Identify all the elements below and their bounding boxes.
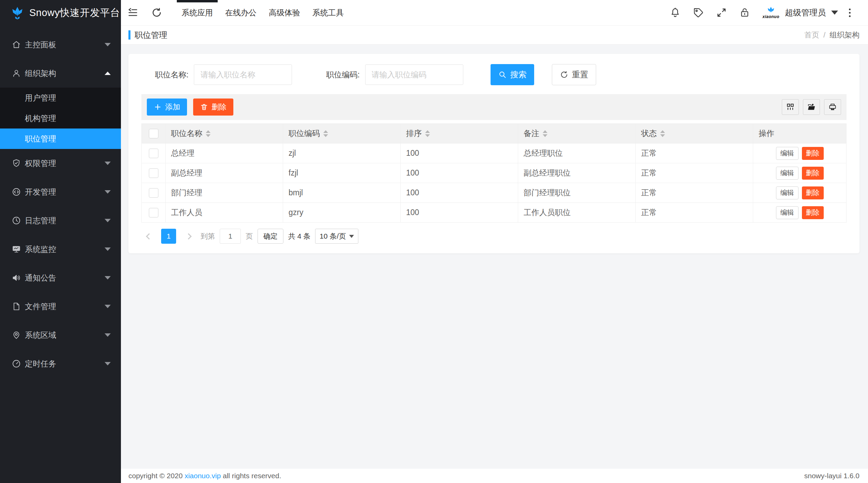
- status-badge: 正常: [636, 203, 753, 223]
- chevron-up-icon: [105, 72, 111, 75]
- chevron-down-icon: [105, 190, 111, 194]
- avatar: xiaonuo: [761, 6, 781, 19]
- sidebar-item-file[interactable]: 文件管理: [0, 292, 121, 321]
- prev-page-icon[interactable]: [141, 229, 156, 244]
- table-row: 工作人员 gzry 100 工作人员职位 正常 编辑删除: [142, 203, 847, 223]
- tab-system-tools[interactable]: 系统工具: [306, 0, 350, 25]
- table-row: 部门经理 bmjl 100 部门经理职位 正常 编辑删除: [142, 183, 847, 203]
- main-area: 系统应用 在线办公 高级体验 系统工具: [121, 0, 868, 483]
- file-icon: [11, 301, 21, 312]
- sidebar-item-permission[interactable]: 权限管理: [0, 149, 121, 178]
- sidebar-item-org-mgmt[interactable]: 机构管理: [0, 108, 121, 129]
- pagination: 1 到第 页 确定 共 4 条 10 条/页: [141, 229, 847, 244]
- chevron-down-icon: [105, 43, 111, 46]
- next-page-icon[interactable]: [181, 229, 196, 244]
- position-card: 职位名称: 职位编码: 搜索 重置: [128, 54, 859, 253]
- refresh-icon[interactable]: [145, 0, 169, 25]
- sidebar-item-notice[interactable]: 通知公告: [0, 263, 121, 292]
- snowflake-logo-icon: [10, 6, 25, 20]
- edit-button[interactable]: 编辑: [776, 147, 799, 160]
- edit-button[interactable]: 编辑: [776, 206, 799, 219]
- bell-icon[interactable]: [664, 7, 687, 18]
- edit-button[interactable]: 编辑: [776, 186, 799, 199]
- sidebar-item-position-mgmt[interactable]: 职位管理: [0, 129, 121, 149]
- row-delete-button[interactable]: 删除: [802, 186, 824, 199]
- chevron-down-icon: [105, 362, 111, 365]
- confirm-page-button[interactable]: 确定: [258, 229, 283, 244]
- breadcrumb-separator: /: [823, 31, 825, 40]
- plus-icon: [154, 103, 162, 111]
- row-checkbox[interactable]: [149, 188, 158, 198]
- chevron-down-icon: [349, 235, 354, 238]
- sidebar-item-user-mgmt[interactable]: 用户管理: [0, 88, 121, 108]
- sort-icon[interactable]: [323, 130, 328, 137]
- print-icon[interactable]: [824, 99, 841, 115]
- gauge-icon: [11, 359, 21, 369]
- breadcrumb-home[interactable]: 首页: [804, 30, 819, 40]
- position-code-input[interactable]: [365, 64, 463, 85]
- title-accent-bar: [128, 30, 130, 40]
- app-root: Snowy快速开发平台 主控面板 组织架构: [0, 0, 868, 483]
- user-menu[interactable]: xiaonuo 超级管理员: [761, 6, 838, 19]
- breadcrumb-bar: 职位管理 首页 / 组织架构: [121, 26, 868, 45]
- total-count: 共 4 条: [288, 231, 310, 241]
- page-size-select[interactable]: 10 条/页: [315, 229, 358, 244]
- row-delete-button[interactable]: 删除: [802, 206, 824, 219]
- table-row: 总经理 zjl 100 总经理职位 正常 编辑删除: [142, 144, 847, 163]
- copyright-text: copyright © 2020 xiaonuo.vip all rights …: [128, 472, 281, 480]
- breadcrumb-section: 组织架构: [830, 30, 859, 40]
- status-badge: 正常: [636, 183, 753, 203]
- trash-icon: [200, 103, 208, 111]
- tag-icon[interactable]: [687, 7, 710, 18]
- sidebar-item-org[interactable]: 组织架构: [0, 59, 121, 88]
- tab-online-office[interactable]: 在线办公: [219, 0, 263, 25]
- row-checkbox[interactable]: [149, 149, 158, 158]
- position-name-label: 职位名称:: [155, 70, 188, 80]
- sidebar-item-monitor[interactable]: 系统监控: [0, 235, 121, 263]
- search-button[interactable]: 搜索: [491, 64, 534, 85]
- sidebar-item-log[interactable]: 日志管理: [0, 206, 121, 235]
- row-checkbox[interactable]: [149, 168, 158, 178]
- export-icon[interactable]: [803, 99, 820, 115]
- toolbar-right-icons: [782, 99, 841, 115]
- sidebar-item-dev[interactable]: 开发管理: [0, 178, 121, 206]
- fullscreen-expand-icon[interactable]: [710, 7, 733, 18]
- sort-icon[interactable]: [425, 130, 430, 137]
- lock-icon[interactable]: [733, 7, 756, 18]
- chevron-down-icon: [105, 162, 111, 165]
- position-code-label: 职位编码:: [326, 70, 359, 80]
- filter-columns-icon[interactable]: [782, 99, 799, 115]
- edit-button[interactable]: 编辑: [776, 167, 799, 180]
- speaker-icon: [11, 273, 21, 283]
- row-delete-button[interactable]: 删除: [802, 147, 824, 160]
- sort-icon[interactable]: [206, 130, 211, 137]
- reset-button[interactable]: 重置: [552, 64, 596, 85]
- page-title: 职位管理: [135, 30, 167, 41]
- content-area: 职位名称: 职位编码: 搜索 重置: [121, 45, 868, 469]
- xiaonuo-link[interactable]: xiaonuo.vip: [185, 472, 221, 480]
- delete-button[interactable]: 删除: [193, 99, 233, 116]
- clock-icon: [11, 215, 21, 226]
- select-all-checkbox[interactable]: [149, 129, 158, 138]
- sort-icon[interactable]: [660, 130, 665, 137]
- chevron-down-icon: [105, 219, 111, 222]
- tab-system-app[interactable]: 系统应用: [175, 0, 219, 25]
- row-checkbox[interactable]: [149, 208, 158, 217]
- collapse-menu-icon[interactable]: [121, 0, 145, 25]
- more-options-icon[interactable]: [838, 9, 861, 17]
- sort-icon[interactable]: [543, 130, 547, 137]
- navbar-right: xiaonuo 超级管理员: [664, 0, 868, 25]
- goto-label: 到第: [201, 231, 215, 241]
- page-number-button[interactable]: 1: [161, 229, 176, 244]
- tab-advanced[interactable]: 高级体验: [263, 0, 306, 25]
- chevron-down-icon: [105, 247, 111, 251]
- row-delete-button[interactable]: 删除: [802, 167, 824, 180]
- add-button[interactable]: 添加: [147, 99, 187, 116]
- position-name-input[interactable]: [194, 64, 292, 85]
- sidebar-item-dashboard[interactable]: 主控面板: [0, 30, 121, 59]
- sidebar-item-task[interactable]: 定时任务: [0, 349, 121, 378]
- sidebar-item-region[interactable]: 系统区域: [0, 321, 121, 349]
- goto-page-input[interactable]: [220, 229, 241, 244]
- app-logo: Snowy快速开发平台: [0, 0, 121, 26]
- location-pin-icon: [11, 330, 21, 340]
